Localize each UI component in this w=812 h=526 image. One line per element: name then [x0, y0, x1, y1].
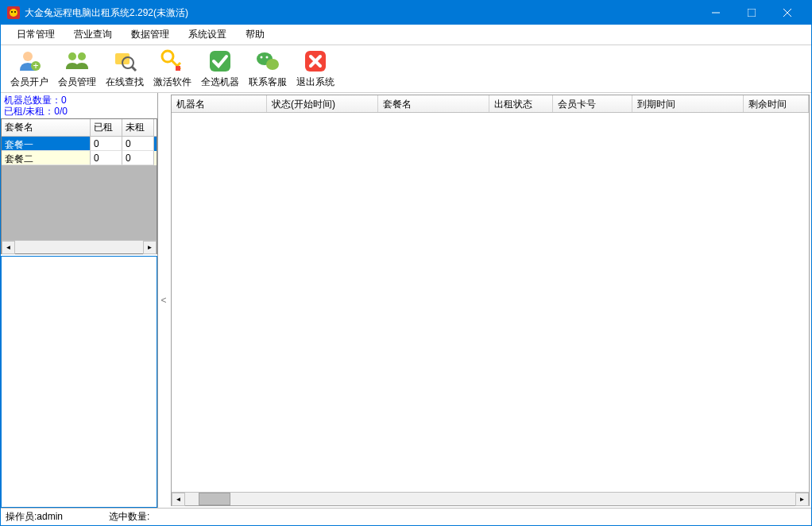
main-grid: 机器名 状态(开始时间) 套餐名 出租状态 会员卡号 到期时间 剩余时间 ◄ ► [171, 95, 810, 506]
scroll-left-icon[interactable]: ◄ [172, 493, 185, 506]
menu-system[interactable]: 系统设置 [179, 25, 236, 44]
tool-label: 会员管理 [58, 75, 96, 89]
select-all-button[interactable]: 全选机器 [196, 47, 244, 91]
search-icon [112, 48, 137, 74]
grid-body[interactable] [172, 113, 809, 492]
online-search-button[interactable]: 在线查找 [101, 47, 149, 91]
scroll-track[interactable] [230, 493, 795, 505]
svg-line-17 [177, 63, 180, 66]
member-open-button[interactable]: + 会员开户 [6, 47, 53, 91]
maximize-button[interactable] [733, 1, 769, 25]
check-icon [207, 48, 233, 74]
splitter[interactable]: < [158, 93, 169, 508]
left-panel: 机器总数量：0 已租/未租：0/0 套餐名 已租 未租 套餐一 0 0 套餐二 … [1, 93, 158, 508]
table-row[interactable]: 套餐一 0 0 [2, 137, 157, 151]
titlebar: 大金兔远程电脑出租系统2.292(未激活) [1, 1, 811, 25]
person-add-icon: + [17, 48, 42, 74]
app-icon [7, 6, 20, 19]
close-button[interactable] [769, 1, 805, 25]
svg-point-7 [23, 52, 33, 61]
tool-label: 激活软件 [153, 75, 191, 89]
svg-line-14 [132, 67, 136, 71]
rented-stats-label: 已租/未租：0/0 [4, 106, 154, 117]
menu-daily[interactable]: 日常管理 [7, 25, 64, 44]
svg-point-10 [68, 52, 76, 60]
scroll-left-icon[interactable]: ◄ [2, 241, 15, 254]
statusbar: 操作员:admin 选中数量: [1, 508, 811, 525]
col-card[interactable]: 会员卡号 [553, 95, 632, 112]
svg-point-0 [10, 9, 17, 17]
window-title: 大金兔远程电脑出租系统2.292(未激活) [25, 6, 698, 20]
cell-rented: 0 [91, 137, 122, 151]
svg-rect-18 [176, 66, 180, 71]
total-machines-label: 机器总数量：0 [4, 95, 154, 106]
cell-name: 套餐一 [2, 137, 91, 151]
grid-horizontal-scrollbar[interactable]: ◄ ► [172, 492, 809, 505]
lower-left-panel [1, 256, 157, 508]
col-status[interactable]: 状态(开始时间) [267, 95, 378, 112]
menu-data[interactable]: 数据管理 [122, 25, 179, 44]
svg-point-15 [162, 51, 173, 62]
menubar: 日常管理 营业查询 数据管理 系统设置 帮助 [1, 25, 811, 45]
toolbar: + 会员开户 会员管理 在线查找 激活软件 全选机器 联系客服 退出系统 [1, 45, 811, 93]
scroll-thumb[interactable] [199, 493, 230, 505]
col-expire[interactable]: 到期时间 [632, 95, 744, 112]
svg-point-11 [78, 52, 86, 60]
tool-label: 联系客服 [249, 75, 287, 89]
tool-label: 在线查找 [106, 75, 144, 89]
svg-point-21 [266, 59, 279, 70]
scroll-right-icon[interactable]: ► [795, 493, 809, 506]
contact-button[interactable]: 联系客服 [244, 47, 292, 91]
close-icon [303, 48, 328, 74]
horizontal-scrollbar[interactable]: ◄ ► [2, 240, 157, 253]
svg-point-23 [266, 56, 269, 59]
col-machine[interactable]: 机器名 [172, 95, 267, 112]
operator-label: 操作员:admin [6, 510, 109, 524]
menu-help[interactable]: 帮助 [236, 25, 274, 44]
svg-text:+: + [33, 60, 38, 72]
pkg-col-unrented[interactable]: 未租 [122, 119, 154, 136]
svg-point-2 [14, 11, 16, 13]
cell-name: 套餐二 [2, 151, 91, 165]
package-table: 套餐名 已租 未租 套餐一 0 0 套餐二 0 0 ◄ ► [1, 118, 157, 254]
table-row[interactable]: 套餐二 0 0 [2, 151, 157, 165]
cell-rented: 0 [91, 151, 122, 165]
pkg-col-name[interactable]: 套餐名 [2, 119, 91, 136]
member-manage-button[interactable]: 会员管理 [53, 47, 101, 91]
menu-business[interactable]: 营业查询 [64, 25, 122, 44]
svg-rect-4 [748, 9, 756, 17]
selected-count-label: 选中数量: [109, 510, 212, 524]
scroll-right-icon[interactable]: ► [143, 241, 157, 254]
key-icon [160, 48, 185, 74]
wechat-icon [255, 48, 280, 74]
activate-button[interactable]: 激活软件 [149, 47, 196, 91]
svg-point-1 [11, 11, 13, 13]
col-remaining[interactable]: 剩余时间 [744, 95, 809, 112]
svg-point-22 [261, 56, 263, 59]
pkg-col-rented[interactable]: 已租 [91, 119, 122, 136]
tool-label: 退出系统 [296, 75, 334, 89]
col-package[interactable]: 套餐名 [378, 95, 489, 112]
cell-unrented: 0 [122, 137, 154, 151]
cell-unrented: 0 [122, 151, 154, 165]
tool-label: 全选机器 [201, 75, 239, 89]
col-rent-status[interactable]: 出租状态 [489, 95, 553, 112]
people-icon [64, 48, 90, 74]
tool-label: 会员开户 [10, 75, 48, 89]
scroll-track[interactable] [15, 241, 143, 253]
exit-button[interactable]: 退出系统 [292, 47, 339, 91]
minimize-button[interactable] [698, 1, 733, 25]
